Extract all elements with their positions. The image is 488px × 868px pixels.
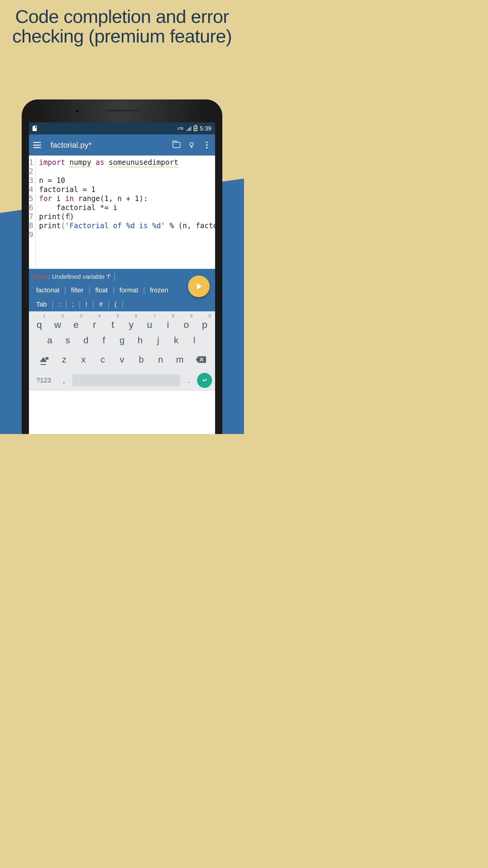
- symbol-row: Tab|:|;|!|#|(|: [29, 297, 215, 311]
- symbol-key-:[interactable]: :: [56, 301, 63, 308]
- key-b[interactable]: b: [133, 352, 150, 367]
- key-g[interactable]: g: [113, 333, 131, 347]
- key-e[interactable]: 3e: [67, 313, 85, 330]
- completion-item[interactable]: frozen: [147, 286, 171, 294]
- code-area[interactable]: import numpy as someunusedimport n = 10 …: [36, 156, 215, 269]
- symbol-key-![interactable]: !: [83, 301, 90, 308]
- symbol-key-;[interactable]: ;: [69, 301, 77, 308]
- symbol-key-#[interactable]: #: [96, 301, 106, 308]
- separator-icon: |: [64, 285, 66, 295]
- key-f[interactable]: f: [95, 333, 113, 347]
- separator-icon: |: [113, 285, 115, 295]
- battery-icon: ⚡: [194, 126, 197, 131]
- completion-row: factorial|filter|float|format|frozen: [29, 283, 215, 297]
- ide-assist-bar: Error : Undefined variable 'f' | factori…: [29, 269, 215, 311]
- separator-icon: |: [143, 285, 145, 295]
- separator-icon: |: [107, 300, 110, 309]
- phone-frame: LTE ⚡ 5:39 factorial.py*: [22, 99, 222, 434]
- key-o[interactable]: 9o: [177, 313, 195, 330]
- line-number: 6: [29, 203, 33, 212]
- key-i[interactable]: 8i: [159, 313, 177, 330]
- key-y[interactable]: 6y: [122, 313, 140, 330]
- key-h[interactable]: h: [131, 333, 149, 347]
- line-number: 8: [29, 221, 33, 230]
- completion-item[interactable]: float: [92, 286, 111, 294]
- symbol-key-([interactable]: (: [111, 301, 120, 308]
- key-s[interactable]: s: [59, 333, 76, 347]
- enter-key[interactable]: [197, 373, 212, 388]
- key-t[interactable]: 5t: [104, 313, 122, 330]
- line-gutter: 123456789: [29, 156, 36, 269]
- key-w[interactable]: 2w: [48, 313, 67, 330]
- separator-icon: |: [78, 300, 81, 309]
- lte-label: LTE: [177, 127, 184, 130]
- error-row[interactable]: Error : Undefined variable 'f' |: [29, 269, 215, 283]
- sd-card-icon: [33, 126, 37, 131]
- status-bar: LTE ⚡ 5:39: [29, 122, 215, 134]
- app-bar: factorial.py*: [29, 134, 215, 156]
- period-key[interactable]: .: [182, 373, 195, 388]
- phone-speaker: [104, 109, 140, 112]
- shift-key[interactable]: [33, 352, 54, 367]
- key-m[interactable]: m: [171, 352, 189, 367]
- comma-key[interactable]: ,: [57, 373, 70, 388]
- key-k[interactable]: k: [167, 333, 185, 347]
- symbol-key-tab[interactable]: Tab: [33, 301, 50, 308]
- line-number: 5: [29, 194, 33, 203]
- error-label: Error: [33, 273, 47, 280]
- folder-icon[interactable]: [172, 141, 181, 149]
- shift-icon: [40, 357, 47, 362]
- symbols-key[interactable]: ?123: [32, 373, 56, 388]
- completion-item[interactable]: filter: [68, 286, 87, 294]
- screen: LTE ⚡ 5:39 factorial.py*: [29, 122, 215, 434]
- play-icon: [197, 283, 202, 289]
- error-text: : Undefined variable 'f': [48, 273, 110, 280]
- key-a[interactable]: a: [41, 333, 59, 347]
- key-z[interactable]: z: [56, 352, 73, 367]
- headline: Code completion and error checking (prem…: [0, 0, 244, 46]
- backspace-icon: [195, 355, 206, 364]
- key-p[interactable]: 0p: [195, 313, 214, 330]
- separator-icon: |: [121, 300, 124, 309]
- key-r[interactable]: 4r: [85, 313, 104, 330]
- key-d[interactable]: d: [77, 333, 95, 347]
- keyboard: 1q2w3e4r5t6y7u8i9o0p asdfghjkl zxcvbnm: [29, 311, 215, 391]
- line-number: 1: [29, 158, 33, 167]
- run-button[interactable]: [188, 276, 210, 297]
- completion-item[interactable]: factorial: [33, 286, 62, 294]
- line-number: 2: [29, 167, 33, 176]
- key-n[interactable]: n: [152, 352, 169, 367]
- key-c[interactable]: c: [94, 352, 111, 367]
- key-j[interactable]: j: [150, 333, 167, 347]
- separator-icon: |: [88, 285, 90, 295]
- backspace-key[interactable]: [190, 352, 211, 367]
- line-number: 9: [29, 230, 33, 239]
- spacebar[interactable]: [72, 374, 180, 386]
- menu-icon[interactable]: [33, 142, 41, 148]
- clock: 5:39: [200, 125, 212, 132]
- enter-icon: [201, 377, 208, 384]
- key-v[interactable]: v: [113, 352, 131, 367]
- key-x[interactable]: x: [75, 352, 92, 367]
- key-q[interactable]: 1q: [30, 313, 48, 330]
- separator-icon: |: [65, 300, 67, 309]
- line-number: 7: [29, 212, 33, 221]
- key-u[interactable]: 7u: [140, 313, 159, 330]
- completion-item[interactable]: format: [117, 286, 141, 294]
- overflow-menu-icon[interactable]: [202, 141, 211, 149]
- line-number: 3: [29, 176, 33, 185]
- code-editor[interactable]: 123456789 import numpy as someunusedimpo…: [29, 156, 215, 269]
- line-number: 4: [29, 185, 33, 194]
- signal-icon: [186, 126, 191, 131]
- separator-icon: |: [92, 300, 94, 309]
- separator-icon: |: [52, 300, 54, 309]
- phone-camera-dot: [76, 110, 79, 113]
- file-title: factorial.py*: [51, 141, 166, 150]
- bulb-icon[interactable]: [187, 141, 196, 149]
- key-l[interactable]: l: [186, 333, 203, 347]
